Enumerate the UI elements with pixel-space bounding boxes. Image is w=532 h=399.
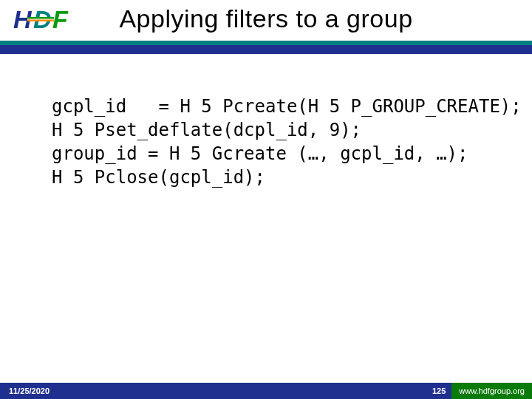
footer-page-number: 125 bbox=[432, 386, 446, 395]
code-line-1: gcpl_id = H 5 Pcreate(H 5 P_GROUP_CREATE… bbox=[52, 95, 517, 118]
footer-date: 11/25/2020 bbox=[9, 386, 50, 395]
code-line-4: H 5 Pclose(gcpl_id); bbox=[52, 166, 517, 189]
slide-content: gcpl_id = H 5 Pcreate(H 5 P_GROUP_CREATE… bbox=[52, 95, 517, 189]
footer-url: www.hdfgroup.org bbox=[459, 386, 525, 395]
footer-url-badge: www.hdfgroup.org bbox=[451, 383, 532, 399]
divider-blue bbox=[0, 45, 532, 54]
code-line-2: H 5 Pset_deflate(dcpl_id, 9); bbox=[52, 118, 517, 142]
slide-footer: 11/25/2020 125 www.hdfgroup.org bbox=[0, 383, 532, 399]
slide-title: Applying filters to a group bbox=[0, 4, 532, 33]
code-line-3: group_id = H 5 Gcreate (…, gcpl_id, …); bbox=[52, 142, 517, 166]
slide-header: H D F Applying filters to a group bbox=[0, 0, 532, 46]
